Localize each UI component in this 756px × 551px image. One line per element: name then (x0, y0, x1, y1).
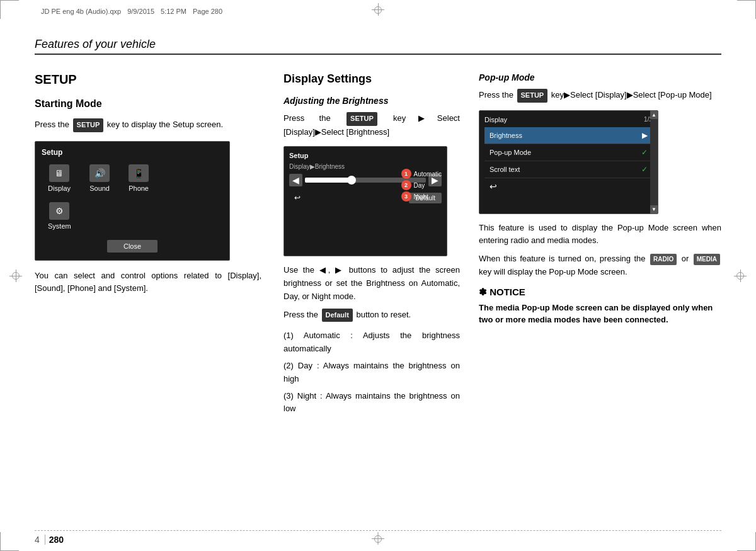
starting-mode-text: Press the SETUP key to display the Setup… (35, 118, 261, 132)
brightness-list: (1) Automatic : Adjusts the brightness a… (284, 329, 460, 416)
option-num-1: 1 (401, 169, 411, 179)
brightness-screen-mockup: Setup Display▶Brightness ◀ ▶ 1 Automatic… (284, 146, 447, 256)
setup-icons-row: 🖥 Display 🔊 Sound 📱 Phone (42, 164, 223, 192)
popup-label: Pop-up Mode (490, 149, 531, 156)
page-title: Features of your vehicle (35, 38, 721, 51)
scroll-down-button[interactable]: ▼ (650, 205, 658, 213)
brightness-list-item-2: (2) Day : Always maintains the brightnes… (284, 360, 460, 386)
slider-left-arrow[interactable]: ◀ (289, 174, 302, 186)
header-time: 5:12 PM (161, 8, 186, 15)
setup-icon-phone: 📱 Phone (129, 164, 149, 192)
setup-icon-display: 🖥 Display (48, 164, 71, 192)
popup-check: ✓ (641, 148, 648, 157)
brightness-back-button[interactable]: ↩ (294, 193, 301, 202)
notice-box: ✽ NOTICE The media Pop-up Mode screen ca… (479, 287, 721, 326)
display-screen-mockup: Display 1/2 Brightness ▶ Pop-up Mode ✓ S… (479, 110, 658, 214)
radio-badge: RADIO (650, 254, 677, 265)
system-icon: ⚙ (49, 202, 69, 220)
setup-badge-3: SETUP (517, 89, 548, 103)
page-title-section: Features of your vehicle (35, 38, 721, 55)
corner-mark-bl (0, 532, 19, 551)
registration-mark-left (9, 270, 22, 282)
page-section-4: 4 (35, 535, 45, 545)
media-badge: MEDIA (694, 254, 720, 265)
sound-icon: 🔊 (89, 164, 110, 182)
starting-mode-text2: You can select and control options relat… (35, 270, 261, 296)
page-number-280: 280 (49, 535, 64, 545)
display-item-brightness: Brightness ▶ (484, 127, 653, 144)
default-badge: Default (322, 309, 353, 322)
main-content: SETUP Starting Mode Press the SETUP key … (35, 72, 721, 516)
text-press-the: Press the (35, 120, 69, 129)
setup-icons-row-2: ⚙ System (42, 202, 223, 230)
crosshair-bottom (365, 529, 391, 551)
setup-badge-1: SETUP (73, 118, 104, 132)
display-settings-title: Display Settings (284, 72, 460, 86)
display-back-arrow[interactable]: ↩ (490, 181, 497, 191)
header-filename: JD PE eng 4b (Audio).qxp (41, 8, 121, 15)
brightness-screen-title: Setup (289, 152, 442, 159)
option-num-3: 3 (401, 191, 411, 202)
scroll-up-button[interactable]: ▲ (650, 111, 658, 119)
display-screen-header: Display 1/2 (484, 116, 653, 123)
slider-fill (305, 178, 353, 183)
text-press: Press the (284, 113, 331, 123)
text-key-display: key to display the Setup screen. (107, 120, 223, 129)
brightness-reset-text: Press the Default button to reset. (284, 309, 460, 322)
crosshair-top (365, 0, 391, 22)
display-items-list: Brightness ▶ Pop-up Mode ✓ Scroll text ✓… (484, 127, 653, 195)
brightness-option-night: 3 Night (401, 191, 442, 202)
popup-mode-section: Pop-up Mode Press the SETUP key▶Select [… (469, 72, 721, 516)
setup-bottom-row: Close (42, 240, 223, 253)
popup-press-text: Press the SETUP key▶Select [Display]▶Sel… (479, 89, 721, 103)
corner-mark-br (737, 532, 756, 551)
setup-badge-2: SETUP (346, 112, 377, 126)
display-screen-label: Display (484, 116, 507, 123)
adjusting-brightness-title: Adjusting the Brightness (284, 96, 460, 106)
scroll-check: ✓ (641, 165, 648, 174)
phone-icon: 📱 (129, 164, 149, 182)
brightness-option-automatic: 1 Automatic (401, 169, 442, 179)
brightness-press-text: Press the SETUP key▶Select [Display]▶Sel… (284, 112, 460, 139)
brightness-list-item-1: (1) Automatic : Adjusts the brightness a… (284, 329, 460, 356)
setup-icon-system: ⚙ System (48, 202, 71, 230)
brightness-options: 1 Automatic 2 Day 3 Night (401, 169, 442, 202)
setup-title: SETUP (35, 72, 261, 87)
header-page: Page 280 (193, 8, 222, 15)
header-date: 9/9/2015 (127, 8, 154, 15)
popup-feature-text: This feature is used to display the Pop-… (479, 222, 721, 248)
brightness-list-item-3: (3) Night : Always maintains the brightn… (284, 390, 460, 416)
display-settings-section: Display Settings Adjusting the Brightnes… (274, 72, 469, 516)
setup-icon-sound: 🔊 Sound (89, 164, 110, 192)
brightness-arrow: ▶ (642, 131, 648, 140)
display-item-scroll: Scroll text ✓ (484, 161, 653, 178)
slider-thumb (347, 176, 356, 185)
brightness-option-day: 2 Day (401, 180, 442, 190)
scroll-label: Scroll text (490, 166, 520, 173)
notice-text: The media Pop-up Mode screen can be disp… (479, 302, 721, 326)
popup-turning-on-text: When this feature is turned on, pressing… (479, 253, 721, 279)
popup-mode-title: Pop-up Mode (479, 72, 721, 82)
registration-mark-right (734, 270, 747, 282)
setup-section: SETUP Starting Mode Press the SETUP key … (35, 72, 274, 516)
page-number-section: 4 280 (35, 535, 64, 545)
notice-title: ✽ NOTICE (479, 287, 721, 298)
brightness-use-text: Use the ◀, ▶ buttons to adjust the scree… (284, 264, 460, 303)
display-icon: 🖥 (49, 164, 69, 182)
brightness-label: Brightness (490, 132, 522, 139)
title-underline (35, 54, 721, 55)
starting-mode-title: Starting Mode (35, 98, 261, 110)
display-scrollbar: ▲ ▼ (650, 111, 658, 213)
display-item-popup: Pop-up Mode ✓ (484, 144, 653, 161)
setup-screen-mockup: Setup 🖥 Display 🔊 Sound 📱 Phone ⚙ (35, 141, 230, 261)
setup-screen-title: Setup (42, 148, 223, 157)
display-back-row: ↩ (484, 178, 653, 195)
option-num-2: 2 (401, 180, 411, 190)
setup-close-button[interactable]: Close (107, 240, 158, 253)
